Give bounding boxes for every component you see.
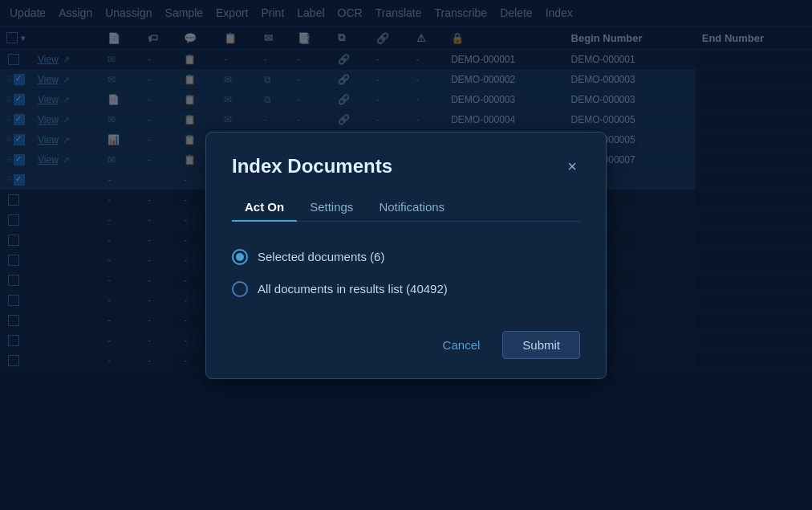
tab-notifications[interactable]: Notifications bbox=[366, 194, 457, 222]
radio-all-docs[interactable] bbox=[232, 281, 248, 297]
option-all-docs[interactable]: All documents in results list (40492) bbox=[232, 273, 580, 305]
option-selected-docs[interactable]: Selected documents (6) bbox=[232, 241, 580, 273]
option-selected-docs-label: Selected documents (6) bbox=[258, 250, 384, 263]
tab-act-on[interactable]: Act On bbox=[232, 194, 297, 222]
cancel-button[interactable]: Cancel bbox=[430, 331, 493, 359]
radio-selected-docs[interactable] bbox=[232, 249, 248, 265]
modal-footer: Cancel Submit bbox=[232, 331, 580, 359]
modal-header: Index Documents × bbox=[232, 155, 580, 177]
index-documents-modal: Index Documents × Act On Settings Notifi… bbox=[205, 132, 607, 379]
tab-settings[interactable]: Settings bbox=[297, 194, 366, 222]
modal-close-button[interactable]: × bbox=[564, 155, 580, 177]
modal-title: Index Documents bbox=[232, 155, 392, 177]
modal-tabs: Act On Settings Notifications bbox=[232, 194, 580, 222]
option-all-docs-label: All documents in results list (40492) bbox=[258, 282, 448, 296]
submit-button[interactable]: Submit bbox=[502, 331, 580, 359]
modal-content: Selected documents (6) All documents in … bbox=[232, 241, 580, 305]
